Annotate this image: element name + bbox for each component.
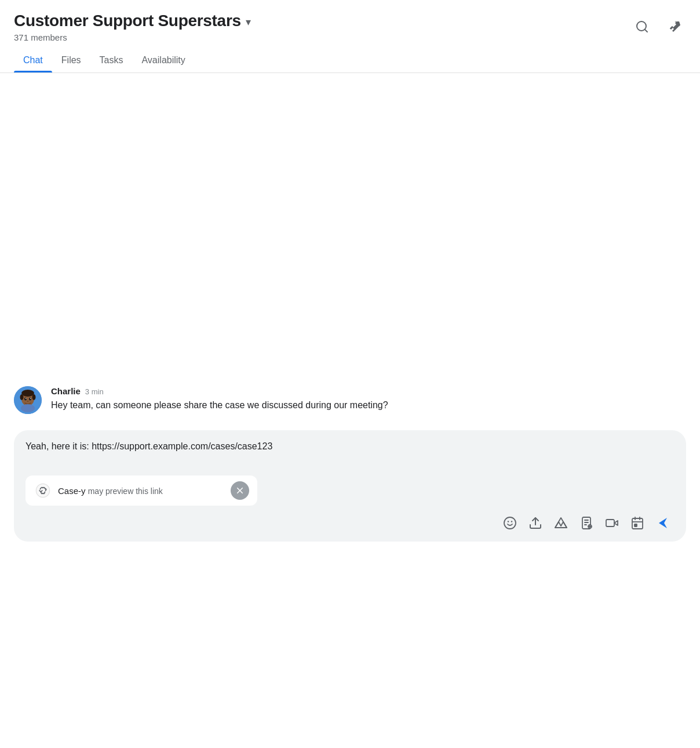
- svg-point-12: [30, 398, 31, 400]
- link-preview-close-button[interactable]: [231, 481, 249, 500]
- tabs-bar: Chat Files Tasks Availability: [0, 49, 700, 73]
- tab-availability[interactable]: Availability: [132, 49, 194, 72]
- link-preview-icon: [34, 481, 52, 500]
- dropdown-arrow-icon[interactable]: ▾: [246, 16, 251, 28]
- search-icon: [635, 20, 649, 34]
- search-button[interactable]: [630, 15, 654, 38]
- message-author: Charlie: [51, 386, 81, 396]
- message-text: Hey team, can someone please share the c…: [51, 398, 388, 412]
- svg-point-13: [27, 401, 29, 402]
- case-icon: [35, 482, 51, 499]
- tab-chat[interactable]: Chat: [14, 49, 52, 72]
- compose-toolbar: [25, 511, 675, 535]
- link-preview-card: Case-y may preview this link: [25, 475, 257, 506]
- svg-line-1: [645, 30, 647, 32]
- link-title-text: Case-y: [58, 486, 86, 496]
- svg-point-15: [36, 484, 49, 497]
- link-preview-title: Case-y may preview this link: [58, 486, 163, 496]
- emoji-icon: [503, 516, 517, 530]
- pin-button[interactable]: [663, 15, 686, 38]
- link-preview-text: Case-y may preview this link: [58, 486, 225, 496]
- tab-files[interactable]: Files: [52, 49, 90, 72]
- svg-point-9: [24, 398, 27, 401]
- upload-button[interactable]: [524, 511, 547, 535]
- tab-tasks[interactable]: Tasks: [90, 49, 133, 72]
- svg-rect-32: [635, 524, 637, 526]
- svg-point-11: [25, 398, 27, 400]
- svg-point-8: [32, 394, 36, 400]
- svg-point-14: [21, 404, 35, 412]
- header-left: Customer Support Superstars ▾ 371 member…: [14, 12, 251, 42]
- svg-point-16: [504, 517, 516, 529]
- group-title: Customer Support Superstars: [14, 12, 241, 30]
- upload-icon: [528, 516, 542, 530]
- video-button[interactable]: [600, 511, 624, 535]
- svg-point-10: [29, 398, 31, 401]
- message-meta: Charlie 3 min: [51, 386, 388, 396]
- link-preview-subtitle: may preview this link: [88, 486, 163, 496]
- svg-point-7: [20, 394, 24, 400]
- message-item: Charlie 3 min Hey team, can someone plea…: [14, 379, 686, 421]
- group-title-row: Customer Support Superstars ▾: [14, 12, 251, 30]
- meet-button[interactable]: [626, 511, 649, 535]
- compose-input[interactable]: Yeah, here it is: https://support.exampl…: [25, 440, 675, 467]
- chat-area: Charlie 3 min Hey team, can someone plea…: [0, 73, 700, 421]
- close-icon: [235, 485, 245, 496]
- charlie-avatar-img: [14, 386, 42, 414]
- create-doc-button[interactable]: [575, 511, 598, 535]
- drive-icon: [554, 516, 568, 530]
- header: Customer Support Superstars ▾ 371 member…: [0, 0, 700, 42]
- meet-icon: [630, 516, 644, 530]
- svg-rect-27: [606, 520, 614, 526]
- member-count: 371 members: [14, 32, 251, 42]
- video-icon: [605, 516, 619, 530]
- svg-rect-28: [632, 518, 643, 529]
- drive-button[interactable]: [549, 511, 573, 535]
- send-button[interactable]: [651, 511, 675, 535]
- create-doc-icon: [579, 516, 593, 530]
- avatar: [14, 386, 42, 414]
- empty-space: [14, 87, 686, 379]
- pin-icon: [668, 20, 681, 34]
- message-body: Charlie 3 min Hey team, can someone plea…: [51, 386, 388, 412]
- svg-point-6: [21, 390, 34, 397]
- message-time: 3 min: [85, 387, 104, 396]
- emoji-button[interactable]: [498, 511, 522, 535]
- compose-area: Yeah, here it is: https://support.exampl…: [14, 430, 686, 542]
- header-actions: [630, 15, 686, 38]
- send-icon: [656, 516, 670, 530]
